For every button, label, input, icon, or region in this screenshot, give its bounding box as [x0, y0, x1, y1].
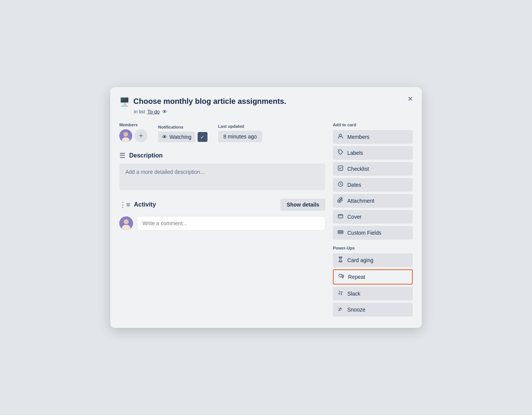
modal-subtitle: in list To-do 👁 [134, 108, 413, 115]
members-row: + [119, 129, 147, 142]
activity-header-left: ⋮≡ Activity [119, 200, 156, 209]
sidebar-snooze-button[interactable]: Z z Snooze [333, 303, 413, 316]
activity-title: Activity [134, 201, 156, 208]
dates-btn-label: Dates [347, 182, 361, 188]
checklist-icon [337, 165, 344, 173]
svg-point-7 [124, 219, 129, 224]
watching-button[interactable]: 👁 Watching [158, 132, 195, 142]
meta-row: Members + Noti [119, 122, 325, 142]
avatar[interactable] [119, 129, 132, 142]
slack-icon [337, 290, 344, 297]
sidebar-labels-button[interactable]: Labels [333, 146, 413, 160]
main-content: Members + Noti [119, 122, 325, 319]
comment-avatar [119, 216, 133, 230]
activity-header: ⋮≡ Activity Show details [119, 199, 325, 211]
svg-text:z: z [340, 307, 342, 310]
card-aging-btn-label: Card aging [347, 257, 374, 263]
svg-rect-13 [338, 215, 343, 216]
last-updated-group: Last updated 8 minutes ago [218, 124, 262, 142]
repeat-icon [338, 273, 344, 281]
add-member-button[interactable]: + [135, 129, 147, 142]
sidebar-card-aging-button[interactable]: Card aging [333, 253, 413, 267]
slack-btn-label: Slack [347, 291, 360, 297]
label-icon [337, 149, 344, 157]
snooze-icon: Z z [337, 306, 344, 313]
person-icon [337, 133, 344, 141]
card-type-icon: 🖥️ [119, 97, 130, 107]
svg-rect-18 [339, 274, 342, 277]
in-list-label: in list [134, 109, 145, 114]
watching-check-button[interactable]: ✓ [198, 132, 207, 142]
sidebar-checklist-button[interactable]: Checklist [333, 162, 413, 176]
checklist-btn-label: Checklist [347, 166, 369, 172]
sidebar-attachment-button[interactable]: Attachment [333, 194, 413, 208]
attachment-btn-label: Attachment [347, 198, 374, 204]
activity-section: ⋮≡ Activity Show details [119, 199, 325, 231]
activity-icon: ⋮≡ [119, 200, 130, 209]
paperclip-icon [337, 197, 344, 205]
description-icon: ☰ [119, 151, 125, 160]
svg-rect-17 [339, 261, 342, 262]
svg-point-3 [124, 132, 128, 137]
close-button[interactable]: × [405, 93, 416, 105]
svg-rect-15 [338, 232, 343, 234]
last-updated-label: Last updated [218, 124, 262, 129]
card-modal: 🖥️ Choose monthly blog article assignmen… [110, 87, 422, 328]
members-label: Members [119, 122, 147, 127]
description-placeholder: Add a more detailed description... [125, 169, 205, 175]
modal-header: 🖥️ Choose monthly blog article assignmen… [119, 96, 413, 107]
members-btn-label: Members [347, 134, 369, 140]
comment-row [119, 216, 325, 231]
modal-body: Members + Noti [119, 122, 413, 319]
custom-fields-btn-label: Custom Fields [347, 230, 381, 236]
members-group: Members + [119, 122, 147, 142]
list-name-link[interactable]: To-do [147, 109, 160, 114]
sidebar-dates-button[interactable]: Dates [333, 178, 413, 192]
notifications-group: Notifications 👁 Watching ✓ [158, 125, 207, 142]
cover-btn-label: Cover [347, 214, 361, 220]
comment-input[interactable] [137, 216, 325, 231]
sidebar-members-button[interactable]: Members [333, 130, 413, 144]
sidebar-cover-button[interactable]: Cover [333, 210, 413, 224]
sidebar-repeat-button[interactable]: Repeat [333, 269, 413, 285]
description-area[interactable]: Add a more detailed description... [119, 164, 325, 190]
description-title: Description [129, 152, 163, 159]
svg-point-9 [339, 151, 340, 152]
show-details-button[interactable]: Show details [280, 199, 325, 211]
watching-label: Watching [169, 134, 192, 140]
add-to-card-label: Add to card [333, 122, 413, 127]
repeat-btn-label: Repeat [348, 274, 365, 280]
svg-rect-14 [338, 231, 343, 232]
sidebar: Add to card Members [333, 122, 413, 319]
snooze-btn-label: Snooze [347, 307, 365, 313]
notifications-label: Notifications [158, 125, 207, 129]
sidebar-slack-button[interactable]: Slack [333, 287, 413, 301]
svg-point-8 [339, 134, 342, 137]
watch-icon: 👁 [162, 108, 168, 115]
eye-icon: 👁 [162, 134, 167, 140]
modal-title: Choose monthly blog article assignments. [133, 96, 399, 106]
fields-icon [337, 229, 344, 237]
power-ups-label: Power-Ups [333, 246, 413, 250]
avatar-image [119, 129, 132, 142]
cover-icon [337, 213, 344, 221]
comment-avatar-image [119, 216, 133, 230]
last-updated-value: 8 minutes ago [218, 131, 262, 142]
description-section: ☰ Description Add a more detailed descri… [119, 151, 325, 190]
labels-btn-label: Labels [347, 150, 363, 156]
hourglass-icon [337, 256, 344, 264]
sidebar-custom-fields-button[interactable]: Custom Fields [333, 226, 413, 240]
clock-icon [337, 181, 344, 189]
description-header: ☰ Description [119, 151, 325, 160]
